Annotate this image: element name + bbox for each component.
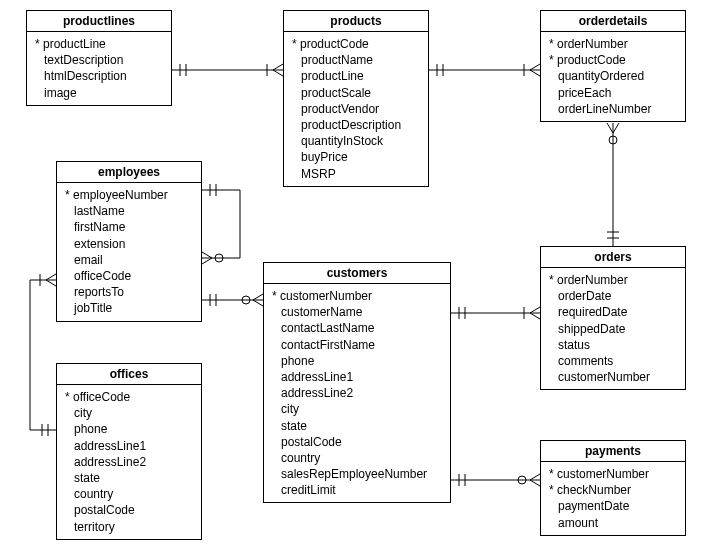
entity-title: customers: [264, 263, 450, 284]
field: territory: [65, 519, 193, 535]
field: shippedDate: [549, 321, 677, 337]
svg-line-21: [530, 307, 540, 313]
entity-title: productlines: [27, 11, 171, 32]
field: officeCode: [65, 389, 193, 405]
entity-body: orderNumber orderDate requiredDate shipp…: [541, 268, 685, 389]
entity-orders: orders orderNumber orderDate requiredDat…: [540, 246, 686, 390]
field: MSRP: [292, 166, 420, 182]
field: productVendor: [292, 101, 420, 117]
field: postalCode: [272, 434, 442, 450]
field: comments: [549, 353, 677, 369]
svg-line-22: [530, 313, 540, 319]
field: phone: [272, 353, 442, 369]
entity-employees: employees employeeNumber lastName firstN…: [56, 161, 202, 322]
entity-productlines: productlines productLine textDescription…: [26, 10, 172, 106]
field: productName: [292, 52, 420, 68]
svg-line-41: [46, 274, 56, 280]
entity-payments: payments customerNumber checkNumber paym…: [540, 440, 686, 536]
field: orderNumber: [549, 36, 677, 52]
field: status: [549, 337, 677, 353]
field: paymentDate: [549, 498, 677, 514]
field: orderNumber: [549, 272, 677, 288]
svg-line-9: [530, 64, 540, 70]
field: productDescription: [292, 117, 420, 133]
field: productCode: [549, 52, 677, 68]
svg-line-28: [530, 480, 540, 486]
svg-line-39: [202, 258, 212, 264]
field: productLine: [292, 68, 420, 84]
field: image: [35, 85, 163, 101]
field: city: [65, 405, 193, 421]
svg-line-34: [253, 300, 263, 306]
field: priceEach: [549, 85, 677, 101]
field: contactLastName: [272, 320, 442, 336]
svg-point-29: [518, 476, 526, 484]
field: quantityInStock: [292, 133, 420, 149]
field: addressLine1: [65, 438, 193, 454]
field: productCode: [292, 36, 420, 52]
entity-body: productCode productName productLine prod…: [284, 32, 428, 186]
entity-title: payments: [541, 441, 685, 462]
field: addressLine2: [65, 454, 193, 470]
entity-customers: customers customerNumber customerName co…: [263, 262, 451, 503]
entity-offices: offices officeCode city phone addressLin…: [56, 363, 202, 540]
field: orderDate: [549, 288, 677, 304]
svg-line-27: [530, 474, 540, 480]
svg-line-38: [202, 252, 212, 258]
field: country: [65, 486, 193, 502]
entity-title: orders: [541, 247, 685, 268]
field: textDescription: [35, 52, 163, 68]
svg-line-16: [613, 123, 619, 133]
entity-body: customerNumber customerName contactLastN…: [264, 284, 450, 502]
field: orderLineNumber: [549, 101, 677, 117]
field: customerName: [272, 304, 442, 320]
field: addressLine1: [272, 369, 442, 385]
field: firstName: [65, 219, 193, 235]
field: addressLine2: [272, 385, 442, 401]
field: requiredDate: [549, 304, 677, 320]
field: creditLimit: [272, 482, 442, 498]
field: jobTitle: [65, 300, 193, 316]
entity-title: employees: [57, 162, 201, 183]
field: officeCode: [65, 268, 193, 284]
svg-point-35: [242, 296, 250, 304]
field: country: [272, 450, 442, 466]
field: postalCode: [65, 502, 193, 518]
entity-body: productLine textDescription htmlDescript…: [27, 32, 171, 105]
field: quantityOrdered: [549, 68, 677, 84]
svg-point-17: [609, 136, 617, 144]
entity-products: products productCode productName product…: [283, 10, 429, 187]
field: contactFirstName: [272, 337, 442, 353]
field: extension: [65, 236, 193, 252]
entity-orderdetails: orderdetails orderNumber productCode qua…: [540, 10, 686, 122]
field: state: [272, 418, 442, 434]
svg-point-40: [215, 254, 223, 262]
entity-body: officeCode city phone addressLine1 addre…: [57, 385, 201, 539]
field: buyPrice: [292, 149, 420, 165]
svg-line-42: [46, 280, 56, 286]
entity-title: orderdetails: [541, 11, 685, 32]
svg-line-33: [253, 294, 263, 300]
field: customerNumber: [549, 466, 677, 482]
field: employeeNumber: [65, 187, 193, 203]
entity-body: orderNumber productCode quantityOrdered …: [541, 32, 685, 121]
field: phone: [65, 421, 193, 437]
field: city: [272, 401, 442, 417]
field: productLine: [35, 36, 163, 52]
field: customerNumber: [272, 288, 442, 304]
field: lastName: [65, 203, 193, 219]
field: email: [65, 252, 193, 268]
entity-body: customerNumber checkNumber paymentDate a…: [541, 462, 685, 535]
svg-line-15: [607, 123, 613, 133]
field: salesRepEmployeeNumber: [272, 466, 442, 482]
field: productScale: [292, 85, 420, 101]
entity-title: products: [284, 11, 428, 32]
field: state: [65, 470, 193, 486]
svg-line-10: [530, 70, 540, 76]
entity-title: offices: [57, 364, 201, 385]
field: amount: [549, 515, 677, 531]
field: htmlDescription: [35, 68, 163, 84]
svg-line-4: [273, 70, 283, 76]
entity-body: employeeNumber lastName firstName extens…: [57, 183, 201, 321]
field: reportsTo: [65, 284, 193, 300]
